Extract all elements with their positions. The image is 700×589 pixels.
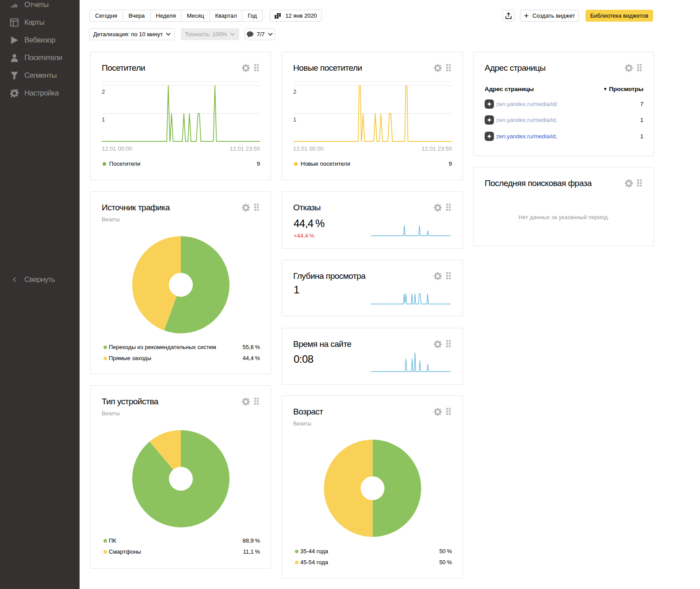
svg-text:2: 2 [293, 88, 296, 95]
svg-text:1: 1 [102, 116, 105, 123]
svg-text:1: 1 [293, 116, 296, 123]
svg-text:2: 2 [102, 88, 105, 95]
